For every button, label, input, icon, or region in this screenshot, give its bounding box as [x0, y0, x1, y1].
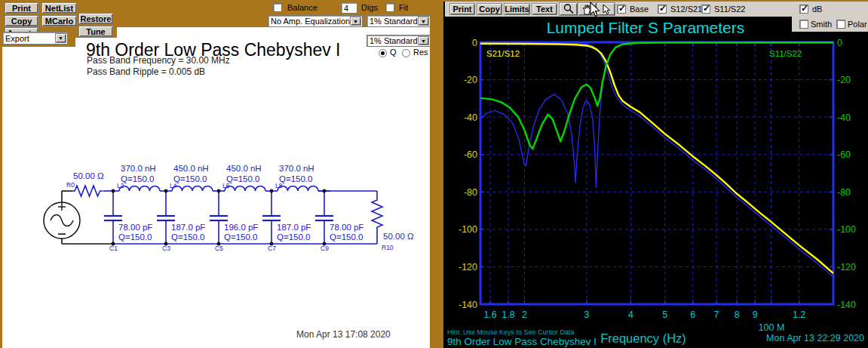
svg-text:L6: L6 — [222, 182, 230, 189]
chart-title: Lumped Filter S Parameters — [547, 19, 745, 36]
inductor-L8 — [278, 186, 318, 192]
svg-text:Q=150.0: Q=150.0 — [277, 233, 310, 242]
schematic: 50.00 ΩR0370.0 nHQ=150.0L2450.0 nHQ=150.… — [44, 164, 414, 252]
schematic-panel: Print NetList Copy MCarlo Restore Annote… — [0, 0, 443, 348]
svg-text:Q=150.0: Q=150.0 — [226, 174, 259, 183]
svg-text:450.0 nH: 450.0 nH — [226, 164, 262, 173]
s-parameter-chart[interactable]: Lumped Filter S Parameters00-20-20-40-40… — [443, 0, 868, 348]
inductor-L6 — [225, 186, 265, 192]
curve-s11-s22 — [480, 42, 833, 149]
svg-text:R0: R0 — [66, 181, 75, 189]
y-tick-label-right: 0 — [837, 38, 842, 48]
schematic-drawing: 50.00 ΩR0370.0 nHQ=150.0L2450.0 nHQ=150.… — [0, 0, 443, 348]
svg-text:187.0 pF: 187.0 pF — [277, 223, 311, 232]
y-tick-label-left: -140 — [459, 300, 477, 310]
x-tick-label: 3 — [584, 310, 589, 320]
x-tick-label: 4 — [628, 310, 633, 320]
y-tick-label-right: -140 — [837, 300, 856, 310]
y-tick-label-left: 0 — [472, 38, 477, 48]
resistor-R10 — [372, 198, 382, 229]
svg-text:C9: C9 — [321, 245, 329, 252]
curve-s11-s22-base — [480, 42, 833, 187]
y-tick-label-right: -60 — [837, 149, 851, 160]
svg-text:78.00 pF: 78.00 pF — [118, 223, 152, 232]
svg-text:370.0 nH: 370.0 nH — [279, 164, 314, 173]
svg-text:370.0 nH: 370.0 nH — [121, 164, 156, 173]
curve-s21-s12-base — [480, 42, 833, 277]
decade-label: 100 M — [753, 322, 790, 333]
svg-text:Q=150.0: Q=150.0 — [118, 233, 152, 242]
svg-text:50.00 Ω: 50.00 Ω — [73, 171, 104, 180]
curve-s21-s12 — [480, 44, 833, 273]
svg-text:L4: L4 — [170, 182, 177, 189]
svg-text:C5: C5 — [215, 245, 223, 252]
y-tick-label-right: -100 — [837, 224, 856, 235]
x-tick-label: 1.6 — [483, 310, 496, 320]
svg-text:Q=150.0: Q=150.0 — [173, 174, 207, 183]
svg-text:C7: C7 — [268, 245, 276, 252]
svg-text:450.0 nH: 450.0 nH — [173, 164, 209, 173]
chart-grid — [480, 42, 833, 304]
x-tick-label: 9 — [753, 310, 758, 320]
svg-text:R10: R10 — [382, 244, 394, 251]
svg-text:196.0 pF: 196.0 pF — [224, 223, 258, 232]
y-tick-label-right: -80 — [837, 187, 851, 198]
legend-s11: S11/S22 — [769, 49, 802, 58]
panel-divider — [430, 0, 445, 348]
app-window: Print NetList Copy MCarlo Restore Annote… — [0, 0, 868, 348]
svg-text:C1: C1 — [109, 245, 118, 252]
top-frame-edge — [0, 0, 868, 2]
x-tick-label: 7 — [714, 310, 719, 320]
plot-border — [480, 42, 833, 304]
sine-wave-icon — [51, 215, 73, 226]
x-axis-title: Frequency (Hz) — [568, 331, 719, 346]
y-tick-label-right: -40 — [837, 112, 851, 123]
y-tick-label-right: -120 — [837, 262, 856, 273]
y-tick-label-left: -40 — [464, 112, 477, 123]
svg-text:187.0 pF: 187.0 pF — [171, 223, 205, 232]
y-tick-label-left: -80 — [464, 187, 477, 198]
inductor-L2 — [119, 186, 160, 192]
y-tick-label-right: -20 — [837, 75, 851, 85]
x-tick-label: 1.2 — [793, 310, 805, 320]
x-tick-label: 6 — [690, 310, 695, 320]
chart-curves — [480, 42, 833, 277]
svg-text:Q=150.0: Q=150.0 — [121, 174, 154, 183]
y-tick-label-left: -60 — [464, 149, 477, 160]
svg-text:50.00 Ω: 50.00 Ω — [383, 232, 414, 241]
svg-text:Q=150.0: Q=150.0 — [330, 233, 363, 242]
resistor-R0 — [72, 186, 103, 196]
x-tick-label: 2 — [522, 310, 527, 320]
y-tick-label-left: -120 — [459, 262, 477, 273]
y-tick-label-left: -100 — [459, 224, 477, 235]
legend-s21: S21/S12 — [486, 49, 520, 58]
x-tick-label: 1.8 — [501, 310, 514, 320]
svg-text:C3: C3 — [162, 245, 170, 252]
svg-text:Q=150.0: Q=150.0 — [279, 174, 312, 183]
svg-text:Q=150.0: Q=150.0 — [224, 233, 257, 242]
svg-text:78.00 pF: 78.00 pF — [330, 223, 363, 232]
svg-text:Q=150.0: Q=150.0 — [171, 233, 204, 242]
plot-panel: Print Copy Limits Text Base S12/S21 S11/… — [443, 0, 868, 348]
svg-text:L2: L2 — [117, 182, 124, 189]
cursor-hint-text: Hint: Use Mouse Keys to See Cursor Data — [447, 328, 575, 336]
inductor-L4 — [172, 186, 213, 192]
y-tick-label-left: -20 — [464, 75, 477, 85]
svg-text:L8: L8 — [275, 182, 283, 189]
mouse-cursor — [589, 2, 601, 18]
plot-timestamp: Mon Apr 13 22:29 2020 — [745, 333, 864, 343]
x-tick-label: 8 — [735, 310, 740, 320]
x-tick-label: 5 — [662, 310, 667, 320]
